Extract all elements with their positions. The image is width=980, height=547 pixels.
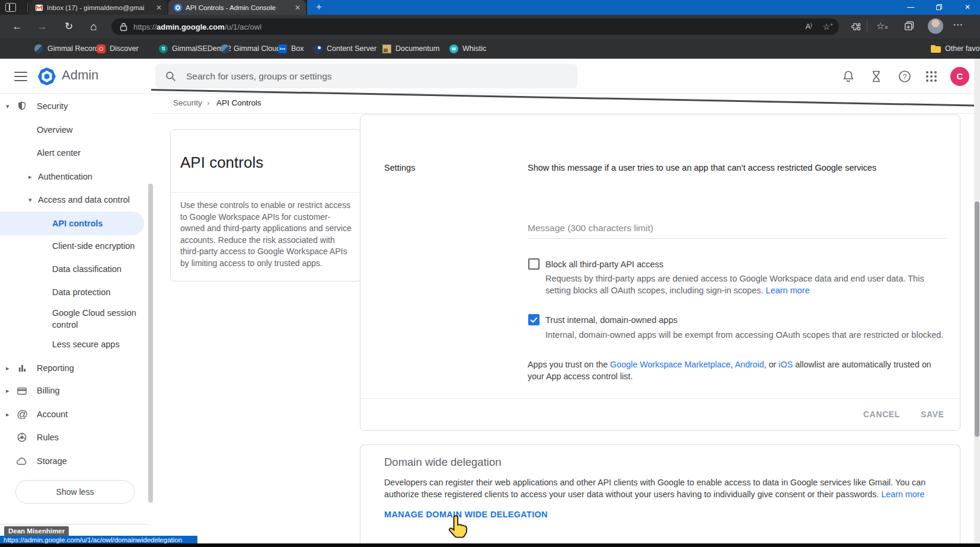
add-favorite-star-icon[interactable]: ☆+ (823, 22, 833, 31)
tab-gmail-inbox[interactable]: Inbox (17) - gimmaldemo@gmai ✕ (30, 0, 167, 15)
rules-wheel-icon (17, 432, 27, 443)
home-icon[interactable]: ⌂ (84, 15, 104, 39)
sidebar-item-client-side-encryption[interactable]: Client-side encryption (0, 234, 144, 258)
chevron-right-icon[interactable]: ▸ (6, 402, 9, 426)
admin-search-bar[interactable] (155, 64, 577, 88)
sidebar-item-account[interactable]: ▸ @ Account (0, 402, 144, 426)
svg-text:?: ? (903, 73, 907, 81)
chevron-right-icon[interactable]: ▸ (28, 165, 32, 188)
save-button[interactable]: SAVE (921, 410, 944, 419)
footer-divider (360, 398, 960, 399)
breadcrumb-divider (151, 113, 980, 114)
sidebar-item-security[interactable]: ▾ Security (0, 94, 144, 118)
apps-grid-icon[interactable] (924, 69, 938, 84)
new-tab-button[interactable]: + (312, 1, 325, 14)
cancel-button[interactable]: CANCEL (863, 410, 900, 419)
chevron-down-icon[interactable]: ▾ (6, 94, 9, 118)
chevron-right-icon[interactable]: ▸ (6, 379, 9, 402)
learn-more-link[interactable]: Learn more (881, 490, 924, 499)
sidebar-scrollbar-thumb[interactable] (148, 184, 153, 503)
android-link[interactable]: Android (735, 360, 764, 369)
admin-logo-icon[interactable] (37, 67, 56, 86)
block-third-party-checkbox[interactable] (528, 258, 540, 270)
window-titlebar: Inbox (17) - gimmaldemo@gmai ✕ API Contr… (0, 0, 980, 15)
sidebar-item-less-secure-apps[interactable]: Less secure apps (0, 332, 144, 356)
search-icon (165, 71, 177, 82)
trust-internal-description: Internal, domain-owned apps will be exem… (545, 329, 949, 341)
bookmark-gimmal-records[interactable]: Gimmal Records (34, 39, 103, 59)
profile-avatar[interactable] (928, 18, 943, 34)
sidebar-item-storage[interactable]: Storage (0, 449, 144, 473)
trust-internal-checkbox[interactable] (528, 314, 540, 325)
checkmark-icon (528, 314, 540, 325)
chevron-down-icon[interactable]: ▾ (28, 188, 32, 212)
forward-icon[interactable]: → (32, 15, 52, 39)
tab-close-icon[interactable]: ✕ (154, 4, 164, 12)
settings-label: Settings (384, 163, 415, 172)
sidebar-item-access-and-data-control[interactable]: ▾ Access and data control (0, 188, 144, 212)
hourglass-icon[interactable] (869, 69, 883, 84)
message-input[interactable] (528, 220, 946, 239)
collections-icon[interactable] (904, 20, 915, 33)
sidebar-item-api-controls-selected[interactable]: API controls (0, 212, 144, 235)
learn-more-link[interactable]: Learn more (766, 286, 810, 295)
read-aloud-icon[interactable]: A) (805, 22, 812, 31)
refresh-icon[interactable]: ↻ (59, 15, 79, 39)
breadcrumb-parent[interactable]: Security (173, 98, 202, 107)
window-close-button[interactable]: ✕ (955, 0, 980, 15)
hand-cursor-icon (446, 513, 471, 538)
chevron-right-icon[interactable]: ▸ (6, 356, 9, 380)
tab-close-icon[interactable]: ✕ (293, 4, 302, 12)
sidebar-bottom-divider (0, 524, 148, 524)
cloud-icon (16, 456, 28, 466)
window-restore-button[interactable] (926, 0, 952, 15)
marketplace-link[interactable]: Google Workspace Marketplace (610, 360, 730, 369)
tab-workspaces-icon[interactable] (5, 3, 16, 12)
shield-icon (17, 101, 27, 111)
folder-icon (931, 45, 941, 53)
browser-menu-icon[interactable]: ··· (953, 20, 963, 30)
card-description: Use these controls to enable or restrict… (180, 200, 354, 269)
sidebar-item-data-classification[interactable]: Data classification (0, 257, 144, 281)
bookmark-documentum[interactable]: Documentum (382, 39, 439, 59)
page-scrollbar-thumb[interactable] (975, 201, 979, 437)
message-field[interactable] (528, 220, 946, 239)
bookmark-gimmal-cloud[interactable]: Gimmal Cloud (221, 39, 280, 59)
sidebar-item-alert-center[interactable]: Alert center (0, 141, 144, 165)
extensions-icon[interactable] (850, 18, 861, 34)
sidebar-item-reporting[interactable]: ▸ Reporting (0, 356, 144, 380)
api-controls-overview-card: API controls Use these controls to enabl… (170, 129, 362, 282)
bottom-edge-strip (0, 543, 980, 547)
sidebar-item-google-cloud-session-control[interactable]: Google Cloud session control (0, 301, 144, 337)
address-bar[interactable]: https://admin.google.com/u/1/ac/owl A) ☆… (111, 18, 839, 35)
lock-icon (120, 23, 127, 31)
account-avatar[interactable]: C (950, 67, 969, 86)
bookmark-box[interactable]: box Box (278, 39, 304, 59)
tab-admin-console-active[interactable]: API Controls - Admin Console ✕ (168, 0, 306, 15)
favorites-bar-icon[interactable]: ☆≡ (876, 20, 888, 31)
bookmark-discover[interactable]: Discover (97, 39, 139, 59)
back-icon[interactable]: ← (7, 15, 27, 39)
sidebar-item-authentication[interactable]: ▸ Authentication (0, 165, 144, 188)
bookmark-content-server[interactable]: Content Server (314, 39, 376, 59)
other-favorites-button[interactable]: Other favorites (931, 39, 980, 59)
admin-favicon (174, 4, 182, 12)
notifications-bell-icon[interactable] (841, 69, 855, 84)
credit-card-icon (17, 386, 27, 396)
search-input[interactable] (186, 71, 542, 82)
discover-icon (97, 44, 106, 53)
window-minimize-button[interactable]: — (898, 0, 924, 15)
bookmark-whistic[interactable]: w Whistic (449, 39, 486, 59)
section-title: Domain wide delegation (384, 456, 501, 469)
main-menu-icon[interactable] (14, 72, 27, 81)
breadcrumb-separator-icon: › (207, 98, 210, 107)
sidebar-item-rules[interactable]: Rules (0, 426, 144, 449)
sidebar-item-overview[interactable]: Overview (0, 118, 144, 142)
trusted-apps-note: Apps you trust on the Google Workspace M… (528, 359, 950, 382)
sidebar-item-data-protection[interactable]: Data protection (0, 280, 144, 304)
sidebar-item-billing[interactable]: ▸ Billing (0, 379, 144, 402)
help-icon[interactable]: ? (898, 69, 912, 84)
bookmarks-bar: Gimmal Records Discover S GimmalSEDemo2 … (0, 39, 980, 59)
show-less-button[interactable]: Show less (15, 480, 135, 504)
ios-link[interactable]: iOS (778, 360, 793, 369)
